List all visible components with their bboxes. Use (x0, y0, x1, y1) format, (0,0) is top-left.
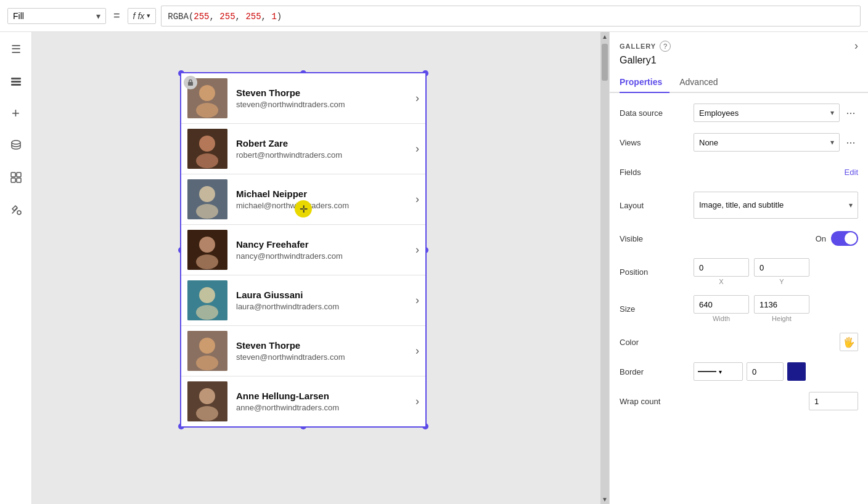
layout-dropdown[interactable]: Image, title, and subtitle ▾ (694, 192, 858, 219)
position-x-item: X (694, 258, 749, 285)
border-style-dropdown[interactable]: ▾ (694, 362, 743, 381)
gallery-item[interactable]: Robert Zarerobert@northwindtraders.com› (181, 124, 425, 174)
data-source-control: Employees ▾ ··· (694, 104, 858, 122)
position-x-input[interactable] (694, 258, 749, 277)
position-xy-group: X Y (694, 258, 858, 285)
fill-dropdown[interactable]: Fill ▾ (7, 8, 106, 24)
gallery-lock-icon[interactable] (184, 76, 197, 89)
wrap-count-control (694, 392, 858, 410)
data-source-dropdown[interactable]: Employees ▾ (694, 104, 840, 122)
fx-label: fx (137, 11, 144, 21)
gallery-item-info: Steven Thorpesteven@northwindtraders.com (236, 87, 412, 109)
gallery-item-arrow: › (416, 92, 419, 105)
color-control: 🖐 (694, 333, 858, 351)
views-dropdown[interactable]: None ▾ (694, 133, 840, 152)
layers-icon[interactable] (6, 71, 26, 91)
size-width-input[interactable] (694, 295, 749, 314)
position-y-input[interactable] (754, 258, 809, 277)
gallery-item-name: Laura Giussani (236, 290, 412, 300)
gallery-item-info: Nancy Freehafernancy@northwindtraders.co… (236, 239, 412, 261)
panel-title-row: GALLERY ? (620, 41, 671, 52)
data-source-more[interactable]: ··· (843, 107, 858, 120)
gallery-name: Gallery1 (610, 52, 868, 72)
border-control: ▾ (694, 362, 858, 381)
formula-bar[interactable]: RGBA(255, 255, 255, 1) (161, 6, 861, 26)
gallery-item-name: Anne Hellung-Larsen (236, 391, 412, 401)
scroll-up[interactable]: ▲ (600, 32, 609, 41)
left-sidebar: ☰ + (0, 32, 32, 504)
visible-toggle-switch[interactable] (831, 231, 858, 246)
gallery-item-email: steven@northwindtraders.com (236, 352, 412, 362)
svg-point-17 (199, 186, 215, 202)
position-label: Position (620, 267, 694, 277)
wrap-count-input[interactable] (809, 392, 858, 410)
main-area: ☰ + (0, 32, 868, 504)
gallery-item-email: steven@northwindtraders.com (236, 100, 412, 109)
hamburger-icon[interactable]: ☰ (6, 39, 26, 59)
layout-control: Image, title, and subtitle ▾ (694, 192, 858, 219)
border-color-swatch[interactable] (787, 362, 806, 381)
canvas-scrollbar[interactable]: ▲ ▼ (600, 32, 609, 504)
svg-point-18 (196, 204, 218, 219)
wrap-count-label: Wrap count (620, 397, 694, 406)
gallery-item-name: Steven Thorpe (236, 340, 412, 351)
fields-edit-link[interactable]: Edit (845, 168, 858, 177)
svg-point-23 (199, 287, 215, 303)
panel-expand-icon[interactable]: › (854, 39, 858, 52)
svg-rect-4 (11, 173, 15, 177)
canvas-area: ✛ Steven Thorpesteven@northwindtraders.c… (32, 32, 609, 504)
gallery-item[interactable]: Laura Giussanilaura@northwindtraders.com… (181, 275, 425, 326)
gallery-item-name: Nancy Freehafer (236, 239, 412, 250)
border-thickness-input[interactable] (747, 362, 784, 381)
avatar (187, 230, 227, 270)
color-row: Color 🖐 (620, 332, 858, 352)
svg-rect-5 (17, 173, 21, 177)
fields-row: Fields Edit (620, 162, 858, 182)
database-icon[interactable] (6, 136, 26, 155)
border-row: Border ▾ (620, 362, 858, 381)
svg-point-11 (199, 85, 215, 101)
scroll-down[interactable]: ▼ (600, 495, 609, 504)
avatar (187, 179, 227, 219)
gallery-item-info: Laura Giussanilaura@northwindtraders.com (236, 290, 412, 311)
svg-point-20 (199, 237, 215, 253)
gallery-item-email: robert@northwindtraders.com (236, 150, 412, 160)
gallery-item-info: Robert Zarerobert@northwindtraders.com (236, 138, 412, 160)
color-icon: 🖐 (843, 336, 855, 348)
gallery-item-arrow: › (416, 395, 419, 408)
svg-point-3 (12, 140, 20, 144)
scrollbar-thumb[interactable] (602, 44, 608, 81)
svg-point-29 (199, 388, 215, 404)
gallery-item-arrow: › (416, 193, 419, 206)
views-row: Views None ▾ ··· (620, 132, 858, 152)
add-icon[interactable]: + (6, 104, 26, 123)
gallery-item[interactable]: Steven Thorpesteven@northwindtraders.com… (181, 73, 425, 124)
layout-arrow: ▾ (849, 201, 853, 209)
gallery-item[interactable]: Nancy Freehafernancy@northwindtraders.co… (181, 225, 425, 275)
gallery-item-arrow: › (416, 142, 419, 155)
svg-rect-1 (11, 81, 21, 83)
gallery-item[interactable]: Steven Thorpesteven@northwindtraders.com… (181, 326, 425, 376)
size-control: Width Height (694, 295, 858, 322)
tab-properties[interactable]: Properties (620, 72, 669, 93)
svg-point-14 (199, 136, 215, 152)
svg-rect-9 (188, 82, 193, 86)
gallery-widget[interactable]: ✛ Steven Thorpesteven@northwindtraders.c… (180, 72, 427, 428)
components-icon[interactable] (6, 168, 26, 187)
fill-dropdown-arrow: ▾ (96, 11, 100, 21)
layout-label: Layout (620, 201, 694, 210)
tools-icon[interactable] (6, 200, 26, 219)
visible-row: Visible On (620, 229, 858, 248)
fields-label: Fields (620, 168, 694, 177)
avatar (187, 280, 227, 320)
fx-button[interactable]: ffx ▾ (128, 8, 157, 24)
visible-control: On (694, 231, 858, 246)
size-height-input[interactable] (754, 295, 809, 314)
help-icon[interactable]: ? (660, 41, 671, 52)
color-swatch[interactable]: 🖐 (840, 333, 858, 351)
gallery-item[interactable]: Anne Hellung-Larsenanne@northwindtraders… (181, 376, 425, 426)
avatar (187, 381, 227, 421)
tab-advanced[interactable]: Advanced (679, 72, 725, 93)
views-more[interactable]: ··· (843, 136, 858, 149)
panel-body: Data source Employees ▾ ··· Views None ▾ (610, 93, 868, 504)
